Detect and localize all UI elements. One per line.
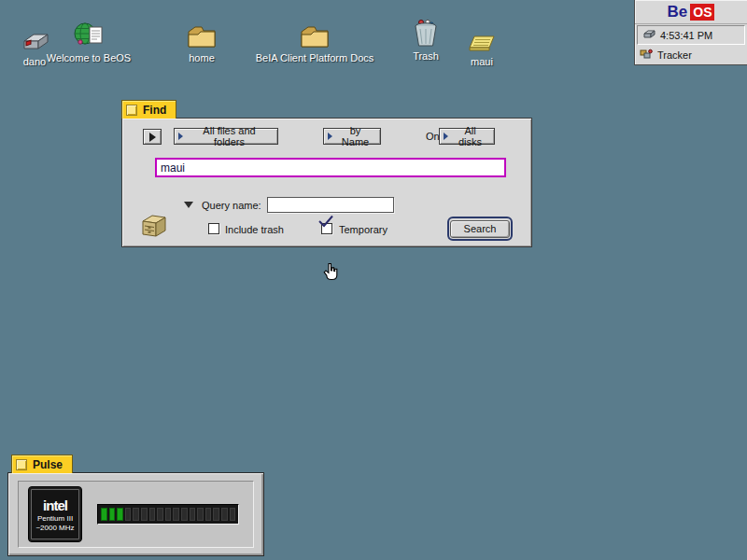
popup-marker-icon <box>178 133 183 140</box>
pulse-window-titlebar[interactable]: Pulse <box>11 455 73 473</box>
find-window-body: All files and folders by Name On All dis… <box>121 118 532 247</box>
folder-icon <box>186 17 218 50</box>
clock-text: 4:53:41 PM <box>660 30 712 41</box>
disk-icon <box>642 29 655 41</box>
intel-cpu-badge: intel Pentium III ~2000 MHz <box>28 486 82 542</box>
criteria-popup[interactable]: by Name <box>323 128 381 145</box>
be-menu[interactable]: Be OS <box>635 0 747 24</box>
icon-label: Welcome to BeOS <box>47 52 131 63</box>
search-button[interactable]: Search <box>450 220 510 238</box>
card-file-icon <box>139 212 167 242</box>
popup-marker-icon <box>328 133 332 140</box>
popup-marker-icon <box>444 133 448 140</box>
cpu-model: Pentium III <box>37 514 73 523</box>
find-window: Find All files and folders by Name On Al… <box>121 100 532 247</box>
pulse-window-body: intel Pentium III ~2000 MHz <box>7 472 264 556</box>
cpu-load-bar <box>97 504 239 525</box>
find-window-titlebar[interactable]: Find <box>121 100 176 119</box>
include-trash-label: Include trash <box>225 224 284 235</box>
desktop-icon-home[interactable]: home <box>141 17 262 63</box>
notepad-icon <box>467 21 497 54</box>
deskbar-clock[interactable]: 4:53:41 PM <box>637 25 745 45</box>
menu-expand-button[interactable] <box>143 129 162 145</box>
desktop: dano Welcome to BeOS <box>0 0 747 560</box>
criteria-popup-label: by Name <box>336 125 374 147</box>
cpu-brand: intel <box>43 497 67 513</box>
hand-cursor <box>323 262 340 285</box>
deskbar-item-tracker[interactable]: Tracker <box>635 45 747 64</box>
disclosure-triangle-icon[interactable] <box>184 202 193 208</box>
tracker-label: Tracker <box>657 49 692 61</box>
include-trash-checkbox[interactable] <box>208 223 219 234</box>
default-button-ring: Search <box>447 217 513 241</box>
desktop-icon-welcome[interactable]: Welcome to BeOS <box>28 17 149 63</box>
window-title: Pulse <box>33 458 63 471</box>
close-button[interactable] <box>16 459 27 470</box>
folder-icon <box>299 17 331 50</box>
cpu-speed: ~2000 MHz <box>35 524 74 532</box>
volume-popup[interactable]: All disks <box>439 128 495 145</box>
os-logo: OS <box>690 4 714 21</box>
temporary-label: Temporary <box>339 224 388 235</box>
deskbar: Be OS 4:53:41 PM Tracker <box>634 0 747 65</box>
desktop-icon-maui[interactable]: maui <box>421 21 543 67</box>
search-term-input[interactable] <box>155 158 506 177</box>
tracker-icon <box>640 49 653 62</box>
window-title: Find <box>143 104 166 117</box>
on-label: On <box>426 131 440 142</box>
scope-popup[interactable]: All files and folders <box>174 128 278 145</box>
be-logo: Be <box>668 3 688 21</box>
scope-popup-label: All files and folders <box>187 125 272 147</box>
volume-popup-label: All disks <box>452 125 488 147</box>
query-name-label: Query name: <box>202 200 261 211</box>
arrow-right-icon <box>149 133 156 142</box>
query-name-input[interactable] <box>267 197 394 213</box>
pulse-window: Pulse intel Pentium III ~2000 MHz <box>7 455 264 556</box>
pulse-panel: intel Pentium III ~2000 MHz <box>18 481 254 548</box>
globe-document-icon <box>74 17 104 50</box>
icon-label: BeIA Client Platform Docs <box>256 52 374 63</box>
close-button[interactable] <box>126 105 137 116</box>
icon-label: home <box>189 52 215 63</box>
icon-label: maui <box>471 56 493 67</box>
check-icon <box>317 215 334 232</box>
desktop-icon-beia-docs[interactable]: BeIA Client Platform Docs <box>254 17 375 63</box>
